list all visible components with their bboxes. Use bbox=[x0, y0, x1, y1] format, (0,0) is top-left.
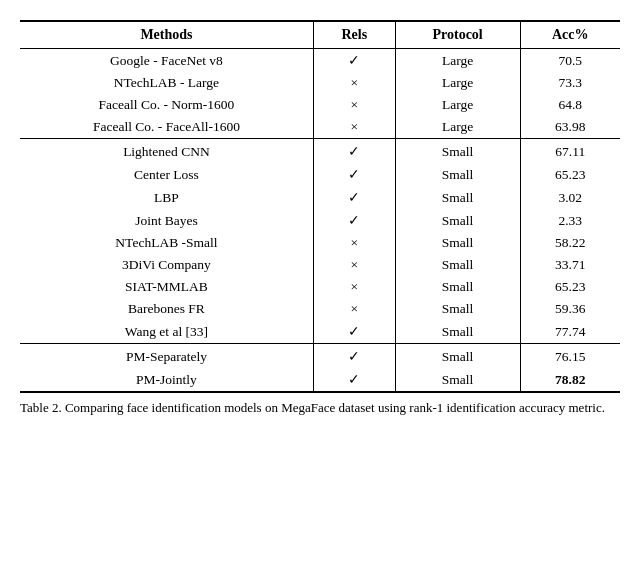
cell-acc: 70.5 bbox=[520, 49, 620, 73]
table-caption: Table 2. Comparing face identification m… bbox=[20, 399, 620, 417]
cell-rels: × bbox=[313, 254, 395, 276]
cell-rels: ✓ bbox=[313, 368, 395, 392]
cell-protocol: Small bbox=[395, 232, 520, 254]
cell-acc: 58.22 bbox=[520, 232, 620, 254]
cell-rels: ✓ bbox=[313, 344, 395, 369]
cell-protocol: Large bbox=[395, 116, 520, 139]
cell-rels: × bbox=[313, 72, 395, 94]
cell-method: Joint Bayes bbox=[20, 209, 313, 232]
cell-method: LBP bbox=[20, 186, 313, 209]
header-row: Methods Rels Protocol Acc% bbox=[20, 21, 620, 49]
cell-acc: 77.74 bbox=[520, 320, 620, 344]
col-header-protocol: Protocol bbox=[395, 21, 520, 49]
cell-acc: 76.15 bbox=[520, 344, 620, 369]
cell-protocol: Large bbox=[395, 72, 520, 94]
cell-acc: 65.23 bbox=[520, 163, 620, 186]
cell-protocol: Large bbox=[395, 94, 520, 116]
cell-method: Center Loss bbox=[20, 163, 313, 186]
main-container: Methods Rels Protocol Acc% Google - Face… bbox=[20, 20, 620, 417]
cell-protocol: Small bbox=[395, 163, 520, 186]
cell-rels: ✓ bbox=[313, 209, 395, 232]
cell-rels: × bbox=[313, 116, 395, 139]
cell-rels: ✓ bbox=[313, 139, 395, 164]
cell-protocol: Small bbox=[395, 276, 520, 298]
cell-acc: 33.71 bbox=[520, 254, 620, 276]
cell-acc: 64.8 bbox=[520, 94, 620, 116]
cell-method: PM-Separately bbox=[20, 344, 313, 369]
cell-protocol: Small bbox=[395, 344, 520, 369]
cell-method: SIAT-MMLAB bbox=[20, 276, 313, 298]
comparison-table: Methods Rels Protocol Acc% Google - Face… bbox=[20, 20, 620, 393]
cell-method: PM-Jointly bbox=[20, 368, 313, 392]
table-row: Faceall Co. - FaceAll-1600×Large63.98 bbox=[20, 116, 620, 139]
cell-rels: × bbox=[313, 276, 395, 298]
cell-acc: 65.23 bbox=[520, 276, 620, 298]
table-row: Center Loss✓Small65.23 bbox=[20, 163, 620, 186]
cell-acc: 73.3 bbox=[520, 72, 620, 94]
col-header-methods: Methods bbox=[20, 21, 313, 49]
col-header-acc: Acc% bbox=[520, 21, 620, 49]
cell-protocol: Large bbox=[395, 49, 520, 73]
cell-protocol: Small bbox=[395, 368, 520, 392]
cell-rels: × bbox=[313, 94, 395, 116]
cell-protocol: Small bbox=[395, 209, 520, 232]
cell-acc: 3.02 bbox=[520, 186, 620, 209]
cell-acc: 2.33 bbox=[520, 209, 620, 232]
cell-acc: 59.36 bbox=[520, 298, 620, 320]
cell-protocol: Small bbox=[395, 139, 520, 164]
col-header-rels: Rels bbox=[313, 21, 395, 49]
cell-acc: 67.11 bbox=[520, 139, 620, 164]
table-row: SIAT-MMLAB×Small65.23 bbox=[20, 276, 620, 298]
table-row: PM-Separately✓Small76.15 bbox=[20, 344, 620, 369]
cell-protocol: Small bbox=[395, 186, 520, 209]
cell-protocol: Small bbox=[395, 254, 520, 276]
cell-method: Faceall Co. - Norm-1600 bbox=[20, 94, 313, 116]
cell-protocol: Small bbox=[395, 298, 520, 320]
table-row: Barebones FR×Small59.36 bbox=[20, 298, 620, 320]
cell-method: Wang et al [33] bbox=[20, 320, 313, 344]
table-row: Wang et al [33]✓Small77.74 bbox=[20, 320, 620, 344]
table-row: Google - FaceNet v8✓Large70.5 bbox=[20, 49, 620, 73]
cell-rels: ✓ bbox=[313, 163, 395, 186]
table-row: Lightened CNN✓Small67.11 bbox=[20, 139, 620, 164]
table-row: Faceall Co. - Norm-1600×Large64.8 bbox=[20, 94, 620, 116]
table-row: LBP✓Small3.02 bbox=[20, 186, 620, 209]
cell-method: Faceall Co. - FaceAll-1600 bbox=[20, 116, 313, 139]
cell-method: NTechLAB - Large bbox=[20, 72, 313, 94]
cell-method: NTechLAB -Small bbox=[20, 232, 313, 254]
cell-rels: ✓ bbox=[313, 320, 395, 344]
cell-protocol: Small bbox=[395, 320, 520, 344]
cell-method: Barebones FR bbox=[20, 298, 313, 320]
cell-rels: × bbox=[313, 232, 395, 254]
table-row: 3DiVi Company×Small33.71 bbox=[20, 254, 620, 276]
table-row: NTechLAB - Large×Large73.3 bbox=[20, 72, 620, 94]
table-row: Joint Bayes✓Small2.33 bbox=[20, 209, 620, 232]
table-row: PM-Jointly✓Small78.82 bbox=[20, 368, 620, 392]
cell-method: Google - FaceNet v8 bbox=[20, 49, 313, 73]
cell-rels: ✓ bbox=[313, 49, 395, 73]
table-row: NTechLAB -Small×Small58.22 bbox=[20, 232, 620, 254]
cell-acc: 63.98 bbox=[520, 116, 620, 139]
cell-rels: ✓ bbox=[313, 186, 395, 209]
cell-acc: 78.82 bbox=[520, 368, 620, 392]
cell-rels: × bbox=[313, 298, 395, 320]
cell-method: 3DiVi Company bbox=[20, 254, 313, 276]
cell-method: Lightened CNN bbox=[20, 139, 313, 164]
